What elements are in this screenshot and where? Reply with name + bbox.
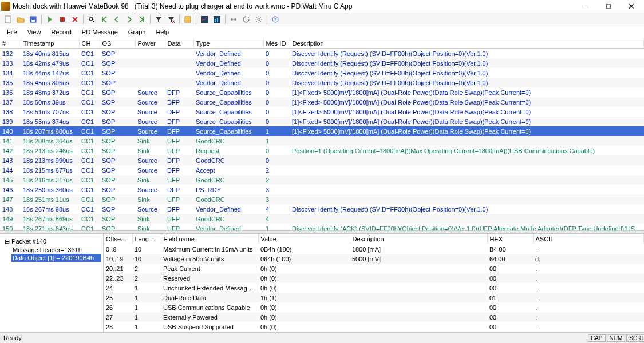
- table-row[interactable]: 281USB Suspend Supported0h (0)00.: [104, 322, 644, 332]
- field-grid[interactable]: Offse... Leng... Field name Value Descri…: [104, 234, 644, 334]
- cell: CC1: [79, 185, 100, 194]
- col-ch[interactable]: CH: [79, 38, 100, 49]
- app-icon: [1, 2, 10, 11]
- table-row[interactable]: 13318s 42ms 479usCC1SOP'Vendor_Defined0D…: [0, 58, 644, 68]
- packet-tree[interactable]: Packet #140 Message Header=1361h Data Ob…: [0, 234, 104, 334]
- maximize-button[interactable]: ☐: [597, 0, 620, 13]
- nav-prev-icon[interactable]: [111, 14, 123, 25]
- cell: GoodCRC: [193, 175, 263, 185]
- col-ts[interactable]: Timestamp: [21, 38, 79, 49]
- table-row[interactable]: 15018s 271ms 643usCC1SOPSinkUFPVendor_De…: [0, 224, 644, 230]
- stop-icon[interactable]: [57, 14, 68, 25]
- packet-grid[interactable]: # Timestamp CH OS Power Data Type Mes ID…: [0, 38, 644, 230]
- table-row[interactable]: 14518s 216ms 317usCC1SOPSinkUFPGoodCRC2: [0, 175, 644, 185]
- table-row[interactable]: 0..910Maximum Current in 10mA units0B4h …: [104, 244, 644, 254]
- tree-root[interactable]: Packet #140: [5, 237, 101, 246]
- minimize-button[interactable]: —: [574, 0, 597, 13]
- table-row[interactable]: 13218s 40ms 815usCC1SOP'Vendor_Defined0D…: [0, 49, 644, 59]
- col-desc[interactable]: Description: [290, 38, 644, 49]
- chart2-icon[interactable]: [211, 14, 223, 25]
- menu-help[interactable]: Help: [151, 27, 173, 37]
- table-row[interactable]: 14118s 208ms 364usCC1SOPSinkUFPGoodCRC1: [0, 136, 644, 146]
- connect-icon[interactable]: [228, 14, 239, 25]
- table-row[interactable]: 13818s 51ms 707usCC1SOPSourceDFPSource_C…: [0, 107, 644, 117]
- chart1-icon[interactable]: [199, 14, 210, 25]
- nav-first-icon[interactable]: [98, 14, 110, 25]
- col-type[interactable]: Type: [193, 38, 263, 49]
- detail-headers[interactable]: Offse... Leng... Field name Value Descri…: [104, 234, 644, 244]
- tree-header[interactable]: Message Header=1361h: [11, 246, 101, 254]
- dcol-desc[interactable]: Description: [350, 234, 487, 244]
- cell: 18s 267ms 869us: [21, 214, 79, 224]
- table-row[interactable]: 14618s 250ms 360usCC1SOPSourceDFPPS_RDY3: [0, 185, 644, 194]
- cell: Source: [135, 107, 165, 117]
- new-icon[interactable]: [2, 14, 14, 25]
- menu-file[interactable]: File: [2, 27, 22, 37]
- dcol-ascii[interactable]: ASCII: [533, 234, 644, 244]
- table-row[interactable]: 14318s 213ms 990usCC1SOPSourceDFPGoodCRC…: [0, 155, 644, 165]
- cell: 142: [0, 146, 21, 155]
- dcol-hex[interactable]: HEX: [487, 234, 533, 244]
- table-row[interactable]: 14718s 251ms 11usCC1SOPSinkUFPGoodCRC3: [0, 194, 644, 204]
- table-row[interactable]: 13918s 53ms 374usCC1SOPSourceDFPSource_C…: [0, 117, 644, 126]
- cell: USB Communications Capable: [161, 302, 258, 312]
- cell: 00: [487, 273, 533, 283]
- table-row[interactable]: 13418s 44ms 142usCC1SOP'Vendor_Defined0D…: [0, 68, 644, 78]
- settings-icon[interactable]: [253, 14, 264, 25]
- table-row[interactable]: 10..1910Voltage in 50mV units064h (100)5…: [104, 254, 644, 264]
- menu-record[interactable]: Record: [46, 27, 76, 37]
- table-row[interactable]: 261USB Communications Capable0h (0)00.: [104, 302, 644, 312]
- table-row[interactable]: 14818s 267ms 98usCC1SOPSourceDFPVendor_D…: [0, 204, 644, 214]
- delete-icon[interactable]: [69, 14, 81, 25]
- filter-icon[interactable]: [153, 14, 164, 25]
- table-row[interactable]: 13618s 48ms 372usCC1SOPSourceDFPSource_C…: [0, 87, 644, 97]
- dcol-field[interactable]: Field name: [161, 234, 258, 244]
- nav-next-icon[interactable]: [124, 14, 135, 25]
- cell: 149: [0, 214, 21, 224]
- cell: 147: [0, 194, 21, 204]
- table-row[interactable]: 14918s 267ms 869usCC1SOPSinkUFPGoodCRC4: [0, 214, 644, 224]
- tree-dataobject[interactable]: Data Object [1] = 220190B4h: [11, 254, 101, 262]
- cell: Accept: [193, 165, 263, 175]
- table-row[interactable]: 22..232Reserved0h (0)00.: [104, 273, 644, 283]
- cell: Discover Identify (Request) (SVID=FF00h)…: [290, 58, 644, 68]
- col-power[interactable]: Power: [135, 38, 165, 49]
- col-num[interactable]: #: [0, 38, 21, 49]
- find-icon[interactable]: [86, 14, 97, 25]
- column-headers[interactable]: # Timestamp CH OS Power Data Type Mes ID…: [0, 38, 644, 49]
- cell: CC1: [79, 165, 100, 175]
- table-row[interactable]: 13718s 50ms 39usCC1SOPSourceDFPSource_Ca…: [0, 97, 644, 107]
- help-icon[interactable]: ?: [270, 14, 281, 25]
- table-row[interactable]: 13518s 45ms 805usCC1SOP'Vendor_Defined0D…: [0, 78, 644, 87]
- nav-last-icon[interactable]: [136, 14, 148, 25]
- menu-graph[interactable]: Graph: [124, 27, 151, 37]
- dcol-value[interactable]: Value: [258, 234, 350, 244]
- dcol-length[interactable]: Leng...: [132, 234, 161, 244]
- close-button[interactable]: ✕: [620, 0, 643, 13]
- table-row[interactable]: 14418s 215ms 677usCC1SOPSourceDFPAccept2: [0, 165, 644, 175]
- save-icon[interactable]: [27, 14, 39, 25]
- col-data[interactable]: Data: [165, 38, 193, 49]
- open-icon[interactable]: [15, 14, 26, 25]
- cell: 18s 53ms 374us: [21, 117, 79, 126]
- refresh-icon[interactable]: [240, 14, 252, 25]
- cell: SOP: [100, 185, 135, 194]
- dcol-offset[interactable]: Offse...: [104, 234, 132, 244]
- menu-view[interactable]: View: [23, 27, 46, 37]
- export-icon[interactable]: [182, 14, 193, 25]
- filter-clear-icon[interactable]: [165, 14, 177, 25]
- table-row[interactable]: 241Unchunked Extended Messages S...0h (0…: [104, 283, 644, 293]
- table-row[interactable]: 251Dual-Role Data1h (1)01.: [104, 293, 644, 302]
- cell: CC1: [79, 175, 100, 185]
- col-mesid[interactable]: Mes ID: [263, 38, 290, 49]
- table-row[interactable]: 14018s 207ms 600usCC1SOPSourceDFPSource_…: [0, 126, 644, 136]
- cell: [290, 165, 644, 175]
- svg-text:?: ?: [274, 17, 277, 22]
- table-row[interactable]: 271Externally Powered0h (0)00.: [104, 312, 644, 322]
- play-icon[interactable]: [44, 14, 56, 25]
- menu-pdmessage[interactable]: PD Message: [77, 27, 123, 37]
- table-row[interactable]: 14218s 213ms 246usCC1SOPSinkUFPRequest0P…: [0, 146, 644, 155]
- table-row[interactable]: 20..212Peak Current0h (0)00.: [104, 264, 644, 273]
- col-os[interactable]: OS: [100, 38, 135, 49]
- cell: 0h (0): [258, 264, 350, 273]
